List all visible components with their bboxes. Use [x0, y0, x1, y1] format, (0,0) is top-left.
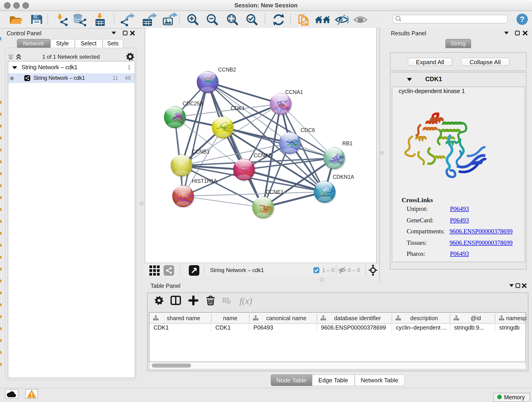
svg-text:database identifier: database identifier	[334, 315, 381, 321]
svg-text:RB1: RB1	[342, 140, 353, 147]
svg-text:CDC25B: CDC25B	[183, 101, 203, 107]
svg-text:CDKN1A: CDKN1A	[333, 174, 354, 180]
svg-text:f(x): f(x)	[239, 296, 252, 306]
svg-text:description: description	[410, 315, 438, 321]
svg-text:HIST1H1A: HIST1H1A	[192, 178, 217, 184]
svg-text:CCNB1: CCNB1	[192, 149, 210, 155]
svg-text:CCNA2: CCNA2	[254, 153, 272, 158]
svg-text:1 of 1 Network selected: 1 of 1 Network selected	[42, 54, 100, 60]
svg-text:canonical name: canonical name	[266, 315, 306, 321]
svg-text:CCNA1: CCNA1	[285, 89, 303, 95]
svg-text:name: name	[223, 315, 238, 321]
svg-text:@id: @id	[471, 315, 481, 321]
svg-text:namespace: namespace	[506, 315, 526, 321]
svg-text:CDC6: CDC6	[301, 127, 315, 133]
svg-text:CCNB2: CCNB2	[218, 67, 236, 73]
svg-text:CDK1: CDK1	[231, 105, 245, 111]
svg-text:CCNE1: CCNE1	[266, 189, 284, 195]
svg-text:shared name: shared name	[167, 315, 200, 321]
svg-text:?: ?	[520, 15, 525, 24]
